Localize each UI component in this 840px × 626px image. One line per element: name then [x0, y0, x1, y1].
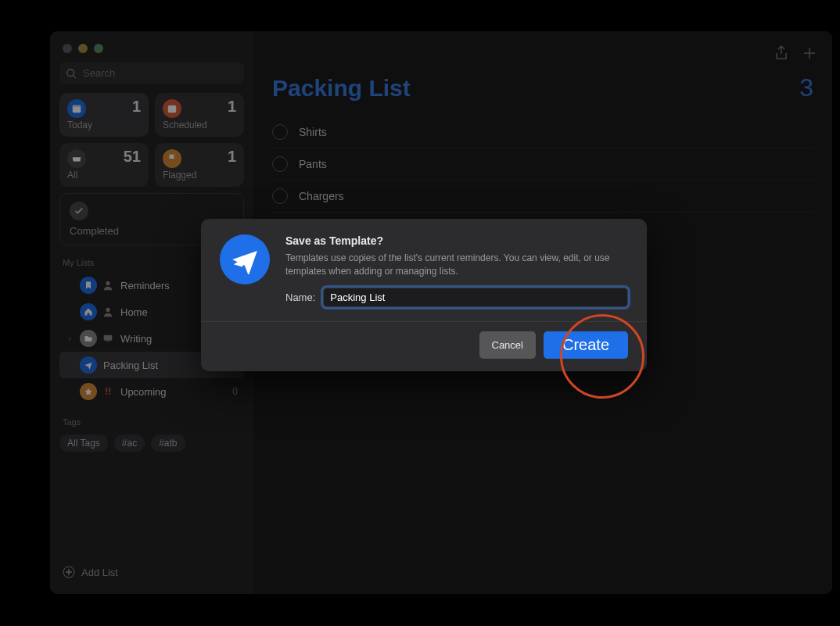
list-item-label: Home: [120, 306, 148, 318]
svg-point-5: [106, 281, 109, 285]
cancel-button[interactable]: Cancel: [479, 331, 536, 359]
section-tags: Tags: [63, 417, 241, 427]
page-count: 3: [799, 73, 813, 102]
tag-chip[interactable]: #ac: [114, 435, 145, 452]
close-dot[interactable]: [63, 44, 72, 53]
shared-icon: [102, 279, 114, 292]
bookmark-icon: [80, 277, 97, 294]
star-icon: [80, 383, 97, 400]
card-today-label: Today: [67, 120, 141, 131]
home-icon: [80, 303, 97, 320]
zoom-dot[interactable]: [94, 44, 103, 53]
reminder-title: Shirts: [299, 126, 327, 138]
reminder-checkbox[interactable]: [272, 156, 288, 172]
search-field[interactable]: [59, 63, 244, 84]
folder-icon: [80, 330, 97, 347]
add-list-button[interactable]: Add List: [59, 558, 244, 586]
shared-icon: [102, 306, 114, 318]
svg-rect-3: [73, 106, 81, 108]
card-scheduled-label: Scheduled: [163, 120, 236, 131]
reminder-title: Pants: [299, 158, 327, 170]
plane-icon: [220, 234, 270, 284]
tag-chip[interactable]: All Tags: [59, 435, 108, 452]
add-icon[interactable]: [802, 45, 817, 61]
list-item-label: Reminders: [120, 280, 170, 292]
reminder-title: Chargers: [299, 190, 344, 202]
page-title: Packing List: [272, 75, 411, 102]
reminder-row[interactable]: Shirts: [272, 116, 813, 148]
calendar-icon: [67, 99, 86, 118]
svg-point-6: [106, 308, 109, 312]
chevron-right-icon[interactable]: ›: [66, 334, 74, 343]
name-label: Name:: [285, 292, 315, 303]
check-icon: [70, 202, 88, 220]
minimize-dot[interactable]: [78, 44, 88, 53]
card-scheduled-count: 1: [228, 98, 236, 116]
search-icon: [66, 68, 77, 79]
svg-line-1: [74, 75, 77, 78]
tag-chip[interactable]: #atb: [151, 435, 185, 452]
card-flagged[interactable]: 1 Flagged: [155, 143, 244, 187]
save-template-dialog: Save as Template? Templates use copies o…: [201, 219, 647, 371]
card-all-count: 51: [124, 148, 141, 166]
card-flagged-count: 1: [228, 148, 236, 166]
calendar-icon: [163, 99, 181, 118]
svg-rect-7: [104, 335, 113, 341]
dialog-title: Save as Template?: [285, 234, 628, 247]
share-icon[interactable]: [774, 45, 788, 61]
create-button[interactable]: Create: [544, 331, 628, 359]
card-today[interactable]: 1 Today: [59, 93, 149, 137]
tray-icon: [67, 149, 86, 168]
reminder-checkbox[interactable]: [272, 124, 288, 140]
svg-rect-8: [106, 342, 109, 342]
add-list-label: Add List: [81, 567, 118, 578]
card-all-label: All: [67, 170, 141, 181]
plane-icon: [80, 356, 97, 374]
svg-point-0: [67, 69, 74, 76]
window-controls[interactable]: [59, 39, 244, 63]
dialog-description: Templates use copies of the list's curre…: [285, 252, 628, 278]
list-item-label: Upcoming: [120, 386, 167, 398]
reminder-checkbox[interactable]: [272, 188, 288, 204]
display-icon: [102, 332, 114, 345]
search-input[interactable]: [81, 66, 238, 80]
flag-icon: [163, 149, 181, 168]
card-flagged-label: Flagged: [163, 170, 236, 181]
svg-rect-4: [168, 106, 177, 113]
reminder-row[interactable]: Pants: [272, 148, 813, 181]
priority-icon: !!: [102, 385, 114, 398]
sidebar-list-item[interactable]: !!Upcoming0: [59, 378, 244, 405]
list-item-label: Packing List: [103, 360, 158, 371]
list-item-label: Writing: [120, 333, 152, 345]
template-name-input[interactable]: [323, 288, 628, 307]
reminder-row[interactable]: Chargers: [272, 181, 813, 213]
card-today-count: 1: [132, 98, 141, 116]
card-all[interactable]: 51 All: [59, 143, 149, 187]
card-scheduled[interactable]: 1 Scheduled: [155, 93, 244, 137]
list-item-count: 0: [232, 386, 238, 397]
